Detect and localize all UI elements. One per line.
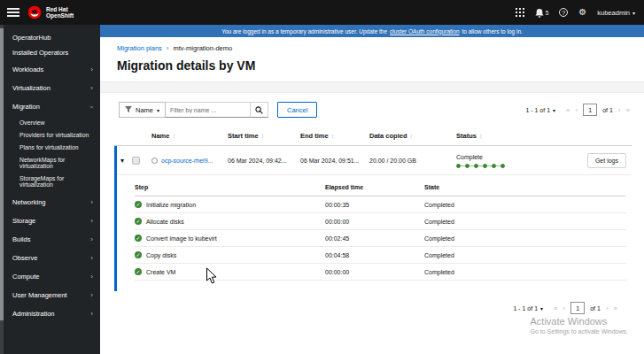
vm-end-time: 06 Mar 2024, 09:51...	[300, 158, 369, 164]
filter-attribute-dropdown[interactable]: Name ▾	[119, 102, 166, 118]
vm-icon	[132, 157, 140, 165]
vm-table-card: Name ▾ Cancel 1 - 1 of 1 ▾ «	[100, 93, 644, 314]
step-row: ✓Allocate disks 00:00:00 Completed	[135, 213, 626, 230]
filter-by-name-input[interactable]	[166, 102, 251, 118]
user-menu[interactable]: kubeadmin ▾	[597, 9, 635, 17]
first-page-button[interactable]: «	[554, 304, 557, 312]
sidebar-item-compute[interactable]: Compute›	[4, 267, 100, 286]
notification-count-badge: 5	[546, 10, 549, 16]
column-header-state: State	[424, 184, 626, 190]
help-icon[interactable]: ?	[559, 8, 568, 17]
settings-gear-icon[interactable]: ⚙	[578, 8, 586, 17]
sidebar-item-virtualization[interactable]: Virtualization›	[4, 79, 100, 97]
next-page-button[interactable]: ›	[606, 304, 609, 312]
row-expand-toggle-icon[interactable]: ▾	[120, 157, 132, 165]
brand-logo: Red Hat OpenShift	[27, 5, 74, 19]
cancel-button[interactable]: Cancel	[277, 102, 317, 118]
sidebar-nav: OperatorHub Installed Operators Workload…	[0, 25, 100, 354]
check-circle-icon: ✓	[135, 218, 142, 225]
vm-status-icon	[151, 158, 158, 164]
vm-data-copied: 20.00 / 20.00 GB	[369, 158, 456, 164]
sidebar-item-administration[interactable]: Administration›	[4, 304, 100, 323]
sidebar-item-builds[interactable]: Builds›	[4, 230, 100, 249]
notifications-bell-icon[interactable]: 5	[535, 8, 549, 18]
app-launcher-icon[interactable]	[516, 8, 524, 17]
oauth-configuration-link[interactable]: cluster OAuth configuration	[390, 28, 459, 35]
sidebar-item-migration[interactable]: Migration›	[4, 97, 100, 116]
masthead: Red Hat OpenShift 5 ? ⚙ kubeadmin ▾	[0, 0, 644, 25]
sidebar-item-workloads[interactable]: Workloads›	[4, 60, 100, 79]
column-header-end-time[interactable]: End time↕	[300, 132, 369, 140]
sort-icon[interactable]: ↕	[261, 133, 265, 139]
redhat-icon	[27, 5, 42, 19]
sort-icon[interactable]: ↕	[172, 133, 175, 139]
sidebar-item-plans[interactable]: Plans for virtualization	[4, 141, 100, 153]
bottom-pagination: 1 - 1 of 1 ▾ « ‹ 1 of 1 › »	[114, 291, 632, 314]
vm-status-cell: Complete	[456, 154, 573, 168]
prev-page-button[interactable]: ‹	[576, 106, 578, 114]
sidebar-item-storage[interactable]: Storage›	[4, 212, 100, 230]
chevron-right-icon: ›	[90, 256, 93, 261]
sidebar-item-providers[interactable]: Providers for virtualization	[4, 128, 100, 141]
sort-icon[interactable]: ↕	[410, 133, 414, 139]
current-page-input[interactable]: 1	[570, 302, 585, 314]
breadcrumb-migration-plans-link[interactable]: Migration plans	[117, 44, 162, 52]
column-header-start-time[interactable]: Start time↕	[228, 132, 300, 140]
page-title: Migration details by VM	[117, 58, 644, 73]
step-row: ✓Convert image to kubevirt 00:02:45 Comp…	[135, 230, 626, 247]
column-header-elapsed-time: Elapsed time	[325, 184, 424, 190]
filter-group: Name ▾	[119, 102, 268, 118]
column-header-step: Step	[135, 184, 325, 190]
sidebar-item-networkmaps[interactable]: NetworkMaps for virtualization	[4, 153, 100, 172]
first-page-button[interactable]: «	[566, 106, 570, 114]
pagination-range-dropdown[interactable]: 1 - 1 of 1 ▾	[525, 107, 555, 113]
sidebar-item-overview[interactable]: Overview	[4, 116, 100, 128]
chevron-right-icon: ›	[90, 86, 93, 91]
check-circle-icon: ✓	[135, 251, 142, 258]
chevron-down-icon: ›	[89, 105, 95, 108]
username: kubeadmin	[597, 9, 630, 17]
temp-admin-banner: You are logged in as a temporary adminis…	[100, 25, 644, 37]
openshift-console: Red Hat OpenShift 5 ? ⚙ kubeadmin ▾ Oper…	[0, 0, 644, 354]
check-circle-icon: ✓	[135, 201, 142, 208]
table-toolbar: Name ▾ Cancel 1 - 1 of 1 ▾ «	[114, 93, 632, 126]
sidebar-item-operatorhub[interactable]: OperatorHub	[4, 30, 100, 45]
sidebar-item-observe[interactable]: Observe›	[4, 249, 100, 267]
prev-page-button[interactable]: ‹	[563, 304, 566, 312]
current-page-input[interactable]: 1	[583, 104, 597, 116]
sort-icon[interactable]: ↕	[331, 133, 335, 139]
search-icon	[255, 106, 263, 114]
sort-icon[interactable]: ↕	[479, 133, 483, 139]
migration-subnav: Overview Providers for virtualization Pl…	[4, 116, 100, 193]
chevron-down-icon: ▾	[157, 107, 159, 113]
column-header-data-copied[interactable]: Data copied↕	[369, 132, 456, 140]
vm-table-row[interactable]: ▾ ocp-source-rhel9... 06 Mar 2024, 09:42…	[117, 146, 632, 175]
chevron-right-icon: ›	[90, 200, 93, 205]
chevron-down-icon: ▾	[553, 107, 555, 113]
brand-line2: OpenShift	[46, 12, 74, 19]
expanded-row-block: ▾ ocp-source-rhel9... 06 Mar 2024, 09:42…	[114, 146, 632, 291]
vm-name-link[interactable]: ocp-source-rhel9...	[161, 158, 213, 164]
page-of-label: of 1	[590, 305, 601, 312]
sidebar-item-storagemaps[interactable]: StorageMaps for virtualization	[4, 172, 100, 190]
migration-steps-table: Step Elapsed time State ✓Initialize migr…	[117, 175, 632, 291]
last-page-button[interactable]: »	[626, 106, 630, 114]
column-header-status[interactable]: Status↕	[456, 132, 573, 140]
step-row: ✓Initialize migration 00:00:35 Completed	[135, 196, 626, 213]
check-circle-icon: ✓	[135, 235, 142, 242]
next-page-button[interactable]: ›	[618, 106, 621, 114]
sidebar-item-networking[interactable]: Networking›	[4, 193, 100, 212]
search-button[interactable]	[251, 102, 268, 118]
steps-table-header: Step Elapsed time State	[135, 177, 626, 196]
sidebar-item-user-management[interactable]: User Management›	[4, 286, 100, 304]
nav-toggle-icon[interactable]	[7, 7, 19, 18]
vm-start-time: 06 Mar 2024, 09:42...	[228, 158, 300, 164]
pagination-range-dropdown[interactable]: 1 - 1 of 1 ▾	[513, 305, 543, 312]
get-logs-button[interactable]: Get logs	[587, 153, 626, 168]
last-page-button[interactable]: »	[614, 304, 617, 312]
sidebar-scrollbar[interactable]	[0, 25, 4, 354]
page-of-label: of 1	[602, 107, 613, 113]
sidebar-item-installed-operators[interactable]: Installed Operators	[4, 45, 100, 60]
column-header-name[interactable]: Name↕	[151, 132, 228, 140]
filter-funnel-icon	[125, 106, 132, 113]
